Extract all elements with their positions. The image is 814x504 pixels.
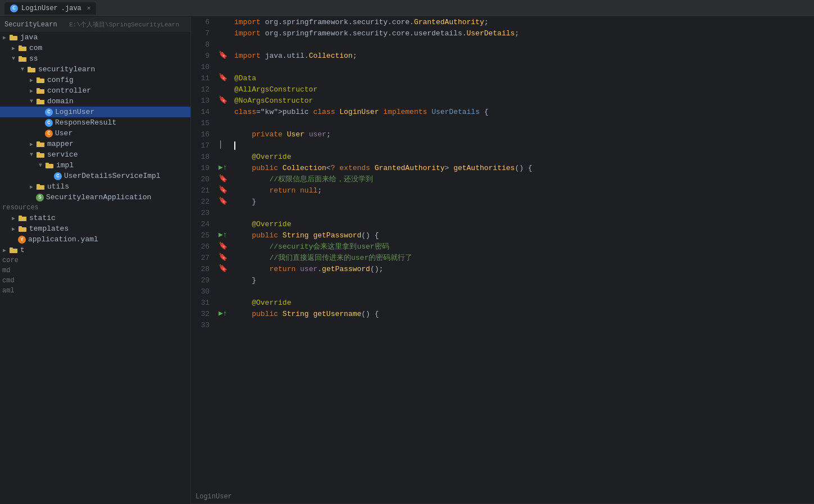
tree-arrow: ▶ (27, 184, 36, 190)
tree-item-resources[interactable]: resources (0, 203, 190, 213)
code-line: 19▶↑ public Collection<? extends Granted… (191, 163, 814, 174)
line-code[interactable]: @Data (230, 73, 814, 84)
line-gutter (216, 297, 230, 309)
line-code[interactable]: import org.springframework.security.core… (230, 28, 814, 39)
svg-rect-14 (37, 143, 44, 147)
tree-label: config (47, 76, 74, 84)
tree-item-application_yaml[interactable]: Yapplication.yaml (0, 234, 190, 245)
svg-rect-16 (37, 153, 44, 158)
line-code[interactable]: @AllArgsConstructor (230, 84, 814, 95)
line-gutter: 🔖 (216, 174, 230, 185)
line-code[interactable]: @Override (230, 297, 814, 309)
line-number: 8 (191, 39, 216, 51)
svg-rect-9 (37, 77, 40, 79)
tree-item-SecuritylearnApplication[interactable]: SSecuritylearnApplication (0, 192, 190, 203)
active-tab[interactable]: C LoginUser .java × (4, 2, 96, 15)
folder-icon (18, 214, 27, 222)
line-code[interactable]: } (230, 196, 814, 208)
breadcrumb-bar: LoginUser (191, 489, 814, 504)
folder-icon (27, 66, 36, 73)
line-gutter: 🔖 (216, 264, 230, 275)
code-view[interactable]: 6import org.springframework.security.cor… (191, 17, 814, 489)
svg-rect-19 (46, 163, 49, 164)
tree-item-t[interactable]: ▶ t (0, 245, 190, 255)
tree-item-UserDetailsServiceImpl[interactable]: CUserDetailsServiceImpl (0, 171, 190, 181)
tree-item-md[interactable]: md (0, 265, 190, 276)
tree-item-config[interactable]: ▶ config (0, 75, 190, 85)
tree-item-utils[interactable]: ▶ utils (0, 181, 190, 192)
folder-icon (36, 76, 45, 84)
tab-close-button[interactable]: × (87, 5, 91, 12)
line-code[interactable]: //我们直接返回传进来的user的密码就行了 (230, 253, 814, 264)
tree-item-domain[interactable]: ▼ domain (0, 96, 190, 107)
line-gutter (216, 17, 230, 28)
line-code[interactable] (230, 140, 814, 152)
tree-label: controller (47, 86, 91, 95)
bookmark-icon: 🔖 (219, 197, 228, 205)
tree-item-static[interactable]: ▶ static (0, 213, 190, 223)
tree-label: com (29, 44, 42, 52)
line-code[interactable]: } (230, 275, 814, 286)
line-code[interactable] (230, 286, 814, 297)
tree-item-User[interactable]: CUser (0, 128, 190, 139)
code-line: 27🔖 //我们直接返回传进来的user的密码就行了 (191, 253, 814, 264)
line-code[interactable] (230, 320, 814, 331)
tree-label: ss (29, 54, 38, 63)
tree-item-cmd[interactable]: cmd (0, 276, 190, 286)
line-code[interactable] (230, 208, 814, 219)
tree-item-ss[interactable]: ▼ ss (0, 53, 190, 64)
line-code[interactable]: return user.getPassword(); (230, 264, 814, 275)
code-line: 11🔖@Data (191, 73, 814, 84)
line-code[interactable]: public Collection<? extends GrantedAutho… (230, 163, 814, 174)
tab-file-icon: C (10, 4, 18, 12)
tree-item-impl[interactable]: ▼ impl (0, 160, 190, 171)
line-gutter (216, 286, 230, 297)
main-layout: SecurityLearn E:\个人项目\SpringSecurityLear… (0, 17, 814, 504)
svg-rect-5 (19, 56, 22, 58)
tree-arrow: ▶ (0, 34, 9, 41)
line-code[interactable]: @Override (230, 219, 814, 230)
tree-item-java[interactable]: ▶ java (0, 32, 190, 43)
tree-item-aml[interactable]: aml (0, 286, 190, 296)
code-line: 31 @Override (191, 297, 814, 309)
tree-label: LoginUser (55, 108, 94, 116)
line-code[interactable]: import java.util.Collection; (230, 51, 814, 62)
line-code[interactable]: private User user; (230, 129, 814, 140)
tree-arrow: ▶ (0, 247, 9, 254)
code-line: 29 } (191, 275, 814, 286)
svg-rect-27 (10, 248, 13, 249)
sidebar-header: SecurityLearn E:\个人项目\SpringSecurityLear… (0, 17, 190, 32)
line-code[interactable] (230, 39, 814, 51)
tree-item-LoginUser[interactable]: CLoginUser (0, 107, 190, 117)
line-code[interactable]: //权限信息后面来给，还没学到 (230, 174, 814, 185)
tree-item-com[interactable]: ▶ com (0, 43, 190, 53)
section-label: md (0, 267, 10, 274)
top-bar: C LoginUser .java × (0, 0, 814, 17)
code-line: 8 (191, 39, 814, 51)
bookmark-icon: 🔖 (219, 186, 228, 194)
tree-item-controller[interactable]: ▶ controller (0, 85, 190, 96)
tree-arrow: ▼ (27, 98, 36, 104)
line-code[interactable] (230, 62, 814, 73)
line-code[interactable]: @Override (230, 152, 814, 163)
tree-item-ResponseResult[interactable]: CResponseResult (0, 117, 190, 128)
file-icon: C (54, 172, 62, 180)
line-gutter (216, 129, 230, 140)
line-code[interactable]: class="kw">public class LoginUser implem… (230, 107, 814, 118)
line-code[interactable]: return null; (230, 185, 814, 196)
tree-item-templates[interactable]: ▶ templates (0, 223, 190, 234)
line-code[interactable]: @NoArgsConstructor (230, 95, 814, 107)
line-code[interactable] (230, 118, 814, 129)
line-code[interactable]: public String getUsername() { (230, 309, 814, 320)
bookmark-icon: 🔖 (219, 51, 228, 59)
line-code[interactable]: public String getPassword() { (230, 230, 814, 241)
line-code[interactable]: import org.springframework.security.core… (230, 17, 814, 28)
tree-label: utils (47, 182, 69, 191)
folder-icon (36, 140, 45, 148)
tree-item-core[interactable]: core (0, 255, 190, 265)
line-gutter (216, 107, 230, 118)
line-code[interactable]: //security会来这里拿到user密码 (230, 241, 814, 253)
tree-item-service[interactable]: ▼ service (0, 149, 190, 160)
tree-item-securitylearn[interactable]: ▼ securitylearn (0, 64, 190, 75)
tree-item-mapper[interactable]: ▶ mapper (0, 139, 190, 149)
